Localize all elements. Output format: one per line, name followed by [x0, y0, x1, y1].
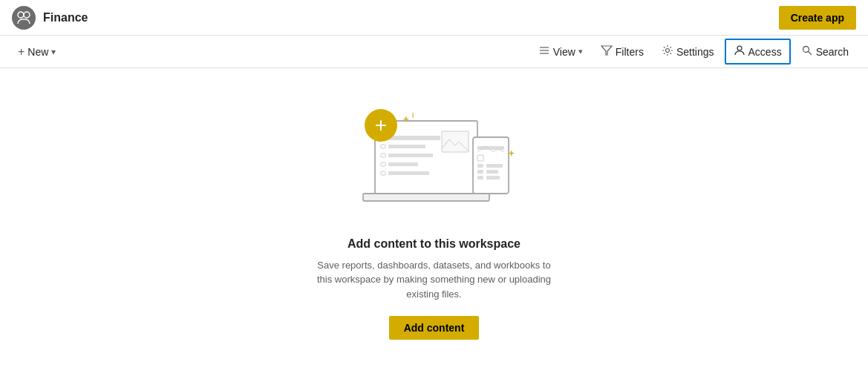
svg-rect-14 [388, 154, 433, 157]
svg-rect-11 [363, 194, 489, 201]
filters-icon [601, 45, 613, 59]
access-label: Access [748, 46, 782, 58]
workspace-icon [12, 6, 36, 30]
svg-rect-25 [477, 164, 483, 168]
search-label: Search [816, 46, 849, 58]
search-icon [801, 45, 813, 59]
view-button[interactable]: View ▾ [531, 40, 590, 63]
svg-point-1 [24, 12, 30, 18]
svg-point-8 [803, 47, 809, 53]
svg-rect-13 [388, 145, 425, 148]
svg-rect-29 [486, 170, 498, 174]
svg-rect-21 [442, 131, 469, 152]
svg-text:|: | [412, 111, 414, 118]
filters-button[interactable]: Filters [593, 40, 651, 63]
svg-rect-28 [486, 164, 503, 168]
header: Finance Create app [0, 0, 868, 36]
svg-point-0 [18, 12, 24, 18]
svg-text:+: + [374, 113, 386, 136]
search-button[interactable]: Search [794, 40, 856, 63]
plus-icon: + [18, 45, 25, 59]
svg-rect-15 [388, 162, 418, 166]
svg-rect-27 [477, 176, 483, 179]
svg-point-6 [665, 49, 669, 53]
toolbar-right: View ▾ Filters Settings [531, 39, 856, 65]
svg-text:+: + [403, 113, 409, 125]
view-label: View [553, 46, 575, 58]
svg-point-7 [737, 46, 742, 50]
header-left: Finance [12, 6, 88, 30]
access-button[interactable]: Access [725, 39, 791, 65]
workspace-title: Finance [43, 11, 88, 24]
settings-label: Settings [676, 46, 714, 58]
main-description: Save reports, dashboards, datasets, and … [316, 258, 553, 302]
new-label: New [27, 46, 48, 58]
access-icon [734, 45, 745, 59]
create-app-button[interactable]: Create app [779, 6, 856, 30]
svg-line-9 [808, 52, 812, 56]
svg-rect-30 [486, 176, 500, 179]
add-content-button[interactable]: Add content [389, 316, 480, 340]
svg-rect-12 [388, 136, 440, 140]
chevron-down-icon: ▾ [51, 47, 56, 57]
svg-rect-26 [477, 170, 483, 174]
new-button[interactable]: + New ▾ [12, 42, 62, 62]
svg-marker-5 [601, 46, 612, 55]
toolbar-left: + New ▾ [12, 42, 62, 62]
main-title: Add content to this workspace [347, 237, 521, 251]
toolbar: + New ▾ View ▾ Filters [0, 36, 868, 68]
view-chevron-icon: ▾ [578, 47, 583, 56]
view-icon [538, 45, 550, 59]
svg-text:+: + [509, 148, 515, 159]
settings-button[interactable]: Settings [654, 40, 722, 63]
illustration: + + | + [353, 108, 516, 225]
filters-label: Filters [616, 46, 644, 58]
main-content: + + | + Add content to this workspace Sa… [0, 68, 868, 379]
svg-rect-16 [388, 171, 429, 175]
settings-icon [662, 45, 673, 59]
